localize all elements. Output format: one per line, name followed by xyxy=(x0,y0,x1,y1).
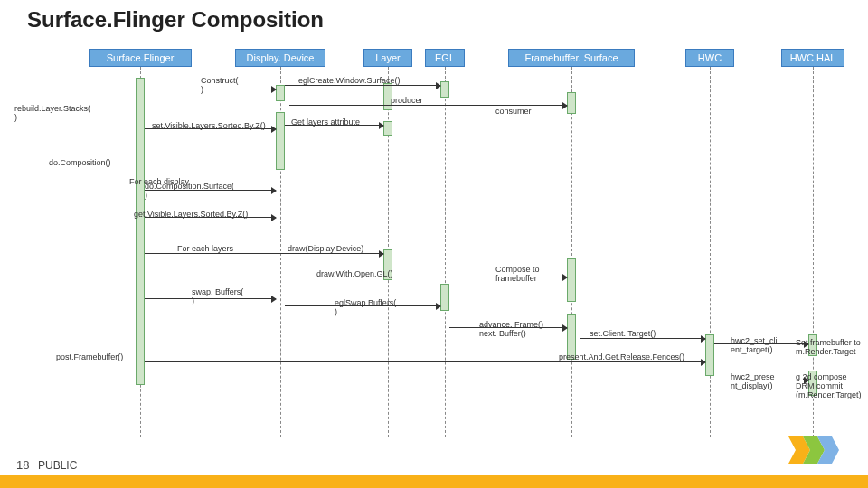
message-arrow xyxy=(285,85,440,86)
activation-bar xyxy=(276,112,285,170)
message-arrow xyxy=(392,277,567,277)
message-label: hwc2_prese nt_display() xyxy=(731,372,775,390)
page-number: 18 xyxy=(16,458,29,472)
message-arrow xyxy=(145,89,276,89)
message-arrow xyxy=(285,305,440,306)
message-arrow xyxy=(145,128,276,129)
activation-bar xyxy=(567,92,576,114)
message-arrow xyxy=(285,125,383,126)
message-label: eglCreate.Window.Surface() xyxy=(298,76,401,85)
activation-bar xyxy=(136,78,145,385)
page-title: Surface.Flinger Composition xyxy=(27,7,324,33)
participant-box-hal: HWC HAL xyxy=(781,49,844,67)
message-arrow xyxy=(289,105,567,106)
message-label: swap. Buffers( ) xyxy=(192,287,243,305)
slide: Surface.Flinger Composition Surface.Flin… xyxy=(0,0,868,488)
side-note: g 2d compose DRM commit (m.Render.Target… xyxy=(796,372,862,399)
activation-bar xyxy=(705,334,714,376)
message-arrow xyxy=(714,380,808,380)
message-label: hwc2_set_cli ent_target() xyxy=(731,336,778,354)
activation-bar xyxy=(440,81,449,98)
participant-box-lyr: Layer xyxy=(363,49,412,67)
message-label: consumer xyxy=(495,107,532,116)
message-arrow xyxy=(145,361,705,362)
message-label: do.Composition.Surface( ) xyxy=(145,182,234,200)
message-arrow xyxy=(449,327,567,328)
participant-box-sf: Surface.Flinger xyxy=(89,49,192,67)
message-arrow xyxy=(145,190,276,191)
activation-bar xyxy=(567,258,576,302)
side-note: do.Composition() xyxy=(49,158,111,167)
message-label: eglSwap.Buffers( ) xyxy=(335,298,396,316)
participant-box-fbs: Framebuffer. Surface xyxy=(508,49,635,67)
lifeline-fbs xyxy=(571,67,572,437)
message-label: set.Client. Target() xyxy=(590,329,656,338)
activation-bar xyxy=(276,85,285,101)
public-label: PUBLIC xyxy=(38,459,77,472)
message-label: producer xyxy=(391,96,423,105)
message-label: post.Framebuffer() xyxy=(56,352,123,361)
participant-box-dd: Display. Device xyxy=(235,49,326,67)
nxp-logo-icon xyxy=(788,432,843,468)
side-note: rebuild.Layer.Stacks( ) xyxy=(14,104,90,122)
message-arrow xyxy=(145,217,276,218)
side-note: Set framebuffer to m.Render.Target xyxy=(796,338,861,356)
message-label: advance. Frame() next. Buffer() xyxy=(479,320,543,338)
message-arrow xyxy=(580,338,705,339)
message-arrow xyxy=(714,343,808,344)
activation-bar xyxy=(383,121,392,136)
message-label: draw(Display.Device) xyxy=(288,244,363,253)
message-arrow xyxy=(145,253,383,254)
message-arrow xyxy=(145,298,276,299)
participant-box-egl: EGL xyxy=(425,49,465,67)
lifeline-hwc xyxy=(710,67,711,437)
participant-box-hwc: HWC xyxy=(685,49,734,67)
message-label: present.And.Get.Release.Fences() xyxy=(559,352,684,361)
lifeline-egl xyxy=(445,67,446,437)
side-note: Compose to framebuffer xyxy=(495,265,540,283)
message-label: For each layers xyxy=(177,244,233,253)
message-label: Construct( ) xyxy=(201,76,239,94)
accent-bar xyxy=(0,475,868,488)
activation-bar xyxy=(440,284,449,311)
message-label: draw.With.Open.GL() xyxy=(316,269,393,278)
